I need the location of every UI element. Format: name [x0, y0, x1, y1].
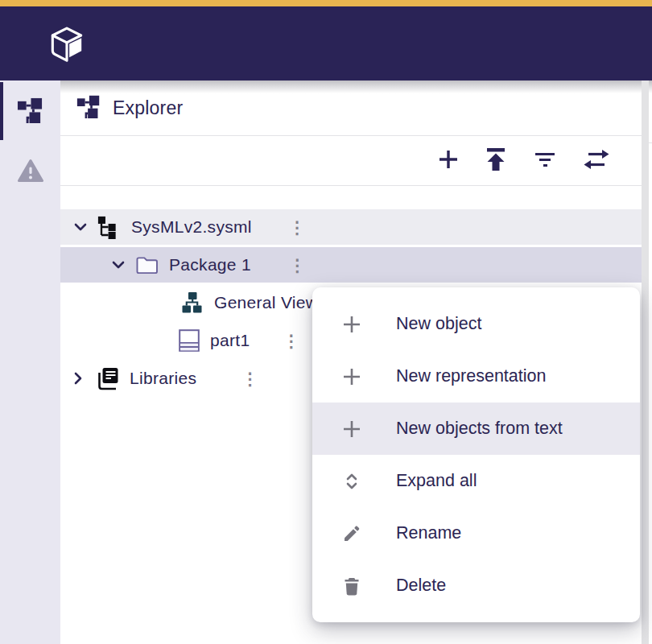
upload-button[interactable]: [482, 147, 510, 175]
tree-item-label: General View: [214, 293, 318, 312]
left-rail-sidebar: [0, 80, 60, 644]
explorer-toolbar: [60, 136, 642, 186]
part-definition-icon: [179, 329, 200, 352]
warning-icon: [18, 159, 43, 186]
more-options-icon[interactable]: ⋮: [289, 257, 306, 274]
panel-title: Explorer: [113, 97, 183, 119]
more-options-icon[interactable]: ⋮: [289, 219, 306, 236]
menu-item-delete[interactable]: Delete: [312, 559, 640, 612]
swap-horizontal-icon: [580, 147, 613, 175]
libraries-icon: [95, 366, 119, 390]
menu-item-new-object[interactable]: New object: [312, 298, 640, 350]
adjacent-panel-edge: [649, 80, 652, 644]
menu-item-expand-all[interactable]: Expand all: [312, 455, 640, 507]
sidebar-item-validation[interactable]: [0, 142, 60, 203]
unfold-more-icon: [341, 472, 362, 491]
menu-item-rename[interactable]: Rename: [312, 507, 640, 559]
filter-icon: [531, 147, 559, 175]
trash-icon: [341, 576, 362, 596]
cube-icon: [47, 57, 86, 69]
tree-item-label: SysMLv2.sysml: [131, 217, 252, 237]
tree-item-label: part1: [210, 331, 250, 350]
app-screen: Explorer: [0, 0, 652, 644]
tree-structure-icon: [17, 97, 43, 126]
swap-synchronize-button[interactable]: [580, 147, 613, 175]
tree-row-package-1[interactable]: Package 1 ⋮: [60, 247, 642, 283]
menu-item-label: Delete: [396, 576, 446, 596]
plus-icon: [341, 419, 362, 440]
app-header: [0, 6, 652, 80]
model-file-icon: [97, 216, 121, 239]
folder-icon: [135, 255, 159, 275]
plus-icon: [436, 147, 460, 174]
tree-row-sysmlv2-file[interactable]: SysMLv2.sysml ⋮: [60, 209, 642, 245]
sidebar-item-explorer[interactable]: [0, 80, 60, 142]
more-options-icon[interactable]: ⋮: [283, 332, 299, 349]
pencil-icon: [341, 524, 362, 543]
top-accent-bar: [0, 0, 652, 6]
plus-icon: [341, 314, 362, 335]
tree-structure-icon: [76, 94, 101, 122]
tree-item-label: Package 1: [169, 255, 251, 275]
explorer-panel-header: Explorer: [60, 80, 642, 136]
app-logo-button[interactable]: [47, 25, 86, 67]
diagram-icon: [181, 291, 204, 314]
chevron-right-icon[interactable]: [68, 370, 88, 386]
tree-item-label: Libraries: [130, 369, 196, 388]
more-options-icon[interactable]: ⋮: [241, 370, 258, 387]
menu-item-label: New object: [396, 314, 481, 334]
menu-item-new-objects-from-text[interactable]: New objects from text: [312, 402, 640, 455]
filter-button[interactable]: [531, 147, 559, 175]
upload-icon: [482, 147, 510, 175]
chevron-down-icon[interactable]: [109, 257, 128, 273]
add-button[interactable]: [436, 147, 460, 174]
menu-item-new-representation[interactable]: New representation: [312, 350, 640, 402]
menu-item-label: New representation: [396, 366, 546, 386]
menu-item-label: Rename: [396, 523, 461, 543]
plus-icon: [341, 366, 362, 387]
chevron-down-icon[interactable]: [71, 219, 90, 235]
tree-item-context-menu: New object New representation New object…: [312, 287, 640, 622]
menu-item-label: Expand all: [396, 471, 477, 491]
menu-item-label: New objects from text: [396, 419, 563, 439]
